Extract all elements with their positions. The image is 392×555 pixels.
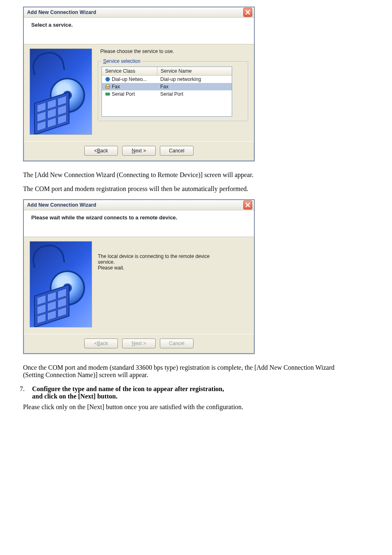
connecting-text-line: Please wait.	[98, 265, 248, 271]
listview-header[interactable]: Service Class Service Name	[102, 67, 232, 76]
titlebar: Add New Connection Wizard	[24, 200, 254, 210]
window-title: Add New Connection Wizard	[27, 9, 243, 15]
step-text-line: Configure the type and name of the icon …	[32, 385, 224, 392]
cancel-button: Cancel	[160, 339, 194, 348]
cell-service-name: Fax	[157, 84, 232, 90]
svg-rect-2	[106, 85, 109, 86]
wizard-dialog-connecting: Add New Connection Wizard Please wait wh…	[23, 199, 255, 354]
titlebar: Add New Connection Wizard	[24, 7, 254, 18]
wizard-header: Please wait while the wizard connects to…	[24, 210, 254, 237]
list-item[interactable]: Fax Fax	[102, 83, 232, 90]
body-paragraph: Please click only on the [Next] button o…	[23, 403, 335, 411]
cell-service-class: Dial-up Netwo...	[112, 76, 147, 82]
service-selection-legend: Service selection	[101, 58, 142, 64]
wizard-side-graphic	[30, 48, 92, 135]
port-icon	[105, 92, 110, 97]
svg-point-4	[106, 94, 107, 94]
wizard-instruction: Please choose the service to use.	[100, 48, 248, 54]
column-service-name[interactable]: Service Name	[157, 67, 226, 75]
cell-service-name: Serial Port	[157, 91, 232, 97]
back-button: < Back	[84, 339, 118, 348]
list-item[interactable]: Serial Port Serial Port	[102, 90, 232, 98]
wizard-heading: Please wait while the wizard connects to…	[31, 214, 248, 221]
step-item: 7. Configure the type and name of the ic…	[15, 385, 382, 400]
wizard-header: Select a service.	[24, 18, 254, 44]
globe-icon	[105, 77, 110, 82]
close-icon[interactable]	[243, 8, 252, 17]
close-icon[interactable]	[243, 200, 252, 210]
next-button[interactable]: Next >	[122, 146, 156, 156]
window-title: Add New Connection Wizard	[27, 202, 243, 208]
wizard-side-graphic	[30, 241, 92, 327]
next-button: Next >	[122, 339, 156, 348]
wizard-button-row: < Back Next > Cancel	[24, 334, 254, 353]
step-number: 7.	[15, 385, 25, 393]
connecting-text-line: The local device is connecting to the re…	[98, 253, 248, 259]
body-paragraph: Once the COM port and modem (standard 33…	[23, 364, 335, 379]
wizard-button-row: < Back Next > Cancel	[24, 141, 254, 161]
listview-scrollbar[interactable]	[226, 67, 232, 75]
svg-point-5	[108, 94, 109, 94]
fax-icon	[105, 84, 110, 89]
body-paragraph: The [Add New Connection Wizard (Connecti…	[23, 171, 335, 179]
service-selection-group: Service selection Service Class Service …	[98, 58, 248, 121]
back-button[interactable]: < Back	[84, 146, 118, 156]
step-text-line: and click on the [Next] button.	[32, 393, 118, 400]
cell-service-name: Dial-up networking	[157, 76, 232, 82]
wizard-right-column: Please choose the service to use. Servic…	[98, 48, 248, 135]
wizard-heading: Select a service.	[31, 22, 248, 28]
list-item[interactable]: Dial-up Netwo... Dial-up networking	[102, 76, 232, 83]
connecting-text-line: service.	[98, 259, 248, 265]
wizard-content: The local device is connecting to the re…	[24, 237, 254, 334]
wizard-right-column: The local device is connecting to the re…	[98, 241, 248, 327]
service-listview[interactable]: Service Class Service Name Dial-up Netwo…	[101, 67, 232, 117]
cancel-button[interactable]: Cancel	[160, 146, 194, 156]
svg-rect-3	[106, 93, 110, 95]
cell-service-class: Fax	[112, 84, 120, 90]
wizard-content: Please choose the service to use. Servic…	[24, 44, 254, 141]
wizard-dialog-select-service: Add New Connection Wizard Select a servi…	[23, 7, 255, 161]
column-service-class[interactable]: Service Class	[102, 67, 157, 75]
body-paragraph: The COM port and modem registration proc…	[23, 185, 335, 193]
cell-service-class: Serial Port	[112, 91, 135, 97]
